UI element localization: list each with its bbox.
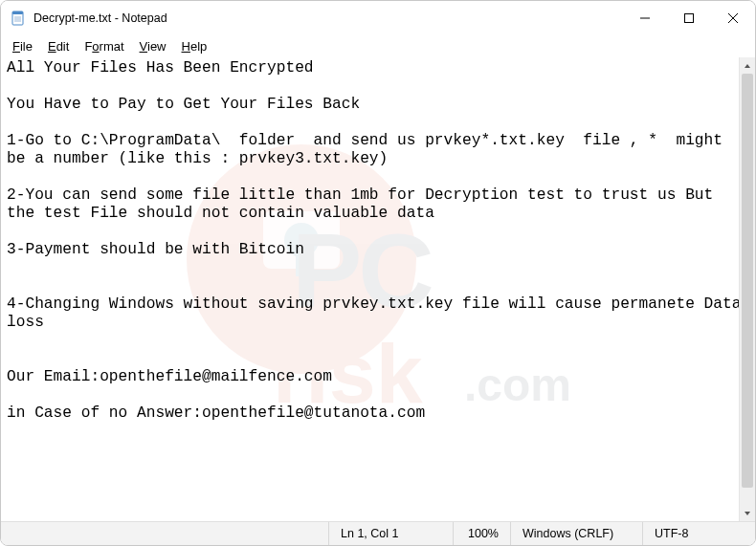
- notepad-app-icon: [11, 11, 26, 26]
- scroll-down-button[interactable]: [740, 505, 755, 521]
- window-title: Decrypt-me.txt - Notepad: [33, 11, 623, 25]
- chevron-up-icon: [744, 62, 751, 70]
- menu-help[interactable]: Help: [174, 37, 215, 55]
- vertical-scrollbar[interactable]: [739, 57, 755, 521]
- chevron-down-icon: [744, 510, 751, 517]
- scroll-thumb[interactable]: [742, 74, 753, 488]
- scroll-track[interactable]: [740, 74, 755, 505]
- status-cursor-position: Ln 1, Col 1: [328, 522, 453, 545]
- maximize-button[interactable]: [667, 1, 711, 35]
- svg-rect-6: [685, 14, 694, 23]
- status-encoding: UTF-8: [642, 522, 755, 545]
- svg-marker-17: [745, 512, 750, 515]
- titlebar[interactable]: Decrypt-me.txt - Notepad: [1, 1, 755, 35]
- content-area: PC risk .com All Your Files Has Been Enc…: [1, 57, 755, 521]
- status-line-ending: Windows (CRLF): [510, 522, 642, 545]
- statusbar: Ln 1, Col 1 100% Windows (CRLF) UTF-8: [1, 521, 755, 545]
- close-button[interactable]: [711, 1, 755, 35]
- svg-marker-16: [745, 64, 750, 68]
- close-icon: [728, 13, 738, 23]
- status-spacer: [1, 522, 328, 545]
- menu-edit[interactable]: Edit: [40, 37, 77, 55]
- maximize-icon: [684, 13, 694, 23]
- svg-rect-1: [12, 11, 23, 14]
- text-editor[interactable]: All Your Files Has Been Encrypted You Ha…: [1, 57, 755, 521]
- menu-view[interactable]: View: [132, 37, 174, 55]
- scroll-up-button[interactable]: [740, 57, 755, 74]
- minimize-icon: [640, 13, 650, 23]
- window-controls: [623, 1, 755, 35]
- minimize-button[interactable]: [623, 1, 667, 35]
- notepad-window: Decrypt-me.txt - Notepad File Edit Forma…: [0, 0, 756, 546]
- menubar: File Edit Format View Help: [1, 35, 755, 57]
- status-zoom: 100%: [453, 522, 510, 545]
- menu-file[interactable]: File: [5, 37, 40, 55]
- menu-format[interactable]: Format: [77, 37, 131, 55]
